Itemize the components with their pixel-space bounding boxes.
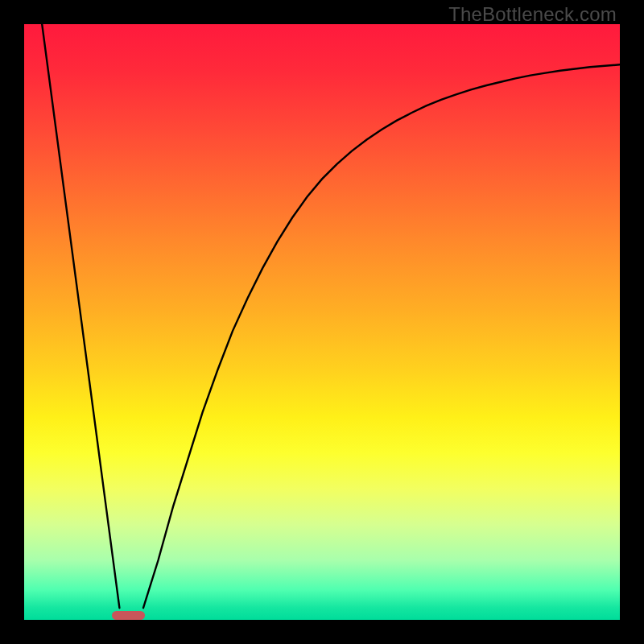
watermark-text: TheBottleneck.com [448, 3, 617, 26]
optimum-marker [112, 611, 145, 620]
left-branch-curve [42, 24, 119, 608]
right-branch-curve [143, 64, 620, 608]
plot-area [24, 24, 620, 620]
chart-frame: TheBottleneck.com [0, 0, 644, 644]
curve-layer [24, 24, 620, 620]
